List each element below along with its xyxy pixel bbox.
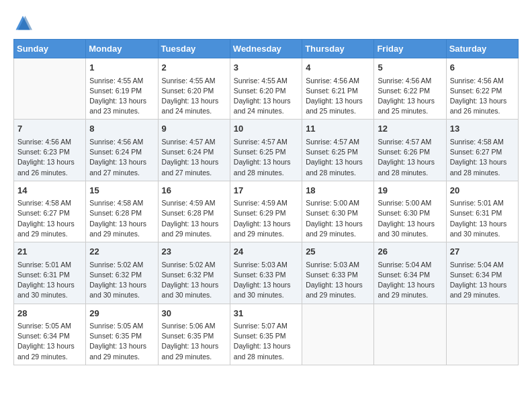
calendar-week-row: 21Sunrise: 5:01 AMSunset: 6:31 PMDayligh… (14, 242, 519, 304)
cell-info: Sunrise: 5:00 AMSunset: 6:30 PMDaylight:… (378, 198, 442, 239)
calendar-cell: 25Sunrise: 5:03 AMSunset: 6:33 PMDayligh… (302, 242, 374, 304)
cell-info: Sunrise: 4:55 AMSunset: 6:20 PMDaylight:… (162, 76, 226, 117)
calendar-cell: 22Sunrise: 5:02 AMSunset: 6:32 PMDayligh… (86, 242, 158, 304)
day-number: 7 (17, 122, 82, 136)
day-number: 17 (234, 184, 298, 197)
day-number: 26 (378, 245, 442, 259)
day-number: 30 (162, 307, 226, 320)
day-number: 13 (450, 122, 515, 136)
weekday-header: Monday (86, 40, 158, 58)
calendar-cell: 26Sunrise: 5:04 AMSunset: 6:34 PMDayligh… (374, 242, 446, 304)
weekday-header: Friday (374, 40, 446, 58)
cell-info: Sunrise: 4:56 AMSunset: 6:23 PMDaylight:… (17, 137, 82, 178)
calendar-cell: 21Sunrise: 5:01 AMSunset: 6:31 PMDayligh… (14, 242, 86, 304)
day-number: 27 (450, 245, 515, 259)
cell-info: Sunrise: 5:04 AMSunset: 6:34 PMDaylight:… (450, 260, 515, 301)
page-header (13, 13, 519, 32)
calendar-cell: 27Sunrise: 5:04 AMSunset: 6:34 PMDayligh… (446, 242, 518, 304)
day-number: 11 (306, 122, 370, 136)
day-number: 3 (234, 61, 298, 75)
day-number: 10 (234, 122, 298, 136)
cell-info: Sunrise: 4:57 AMSunset: 6:25 PMDaylight:… (306, 137, 370, 178)
cell-info: Sunrise: 5:02 AMSunset: 6:32 PMDaylight:… (162, 260, 226, 301)
day-number: 24 (234, 245, 298, 259)
calendar-cell: 19Sunrise: 5:00 AMSunset: 6:30 PMDayligh… (374, 181, 446, 242)
cell-info: Sunrise: 4:57 AMSunset: 6:24 PMDaylight:… (162, 137, 226, 178)
weekday-header: Saturday (446, 40, 518, 58)
calendar-cell: 17Sunrise: 4:59 AMSunset: 6:29 PMDayligh… (230, 181, 302, 242)
calendar-cell: 18Sunrise: 5:00 AMSunset: 6:30 PMDayligh… (302, 181, 374, 242)
day-number: 5 (378, 61, 442, 75)
calendar-cell: 24Sunrise: 5:03 AMSunset: 6:33 PMDayligh… (230, 242, 302, 304)
calendar-table: SundayMondayTuesdayWednesdayThursdayFrid… (13, 39, 519, 365)
cell-info: Sunrise: 5:05 AMSunset: 6:35 PMDaylight:… (89, 321, 154, 362)
day-number: 23 (162, 245, 226, 259)
calendar-week-row: 14Sunrise: 4:58 AMSunset: 6:27 PMDayligh… (14, 181, 519, 242)
weekday-header: Tuesday (158, 40, 230, 58)
calendar-cell: 11Sunrise: 4:57 AMSunset: 6:25 PMDayligh… (302, 120, 374, 181)
logo-icon (13, 13, 32, 32)
cell-info: Sunrise: 5:02 AMSunset: 6:32 PMDaylight:… (89, 260, 154, 301)
day-number: 21 (17, 245, 82, 259)
calendar-week-row: 7Sunrise: 4:56 AMSunset: 6:23 PMDaylight… (14, 120, 519, 181)
calendar-cell: 31Sunrise: 5:07 AMSunset: 6:35 PMDayligh… (230, 304, 302, 365)
logo (13, 13, 35, 32)
calendar-cell: 10Sunrise: 4:57 AMSunset: 6:25 PMDayligh… (230, 120, 302, 181)
day-number: 29 (89, 307, 154, 320)
day-number: 2 (162, 61, 226, 75)
cell-info: Sunrise: 5:04 AMSunset: 6:34 PMDaylight:… (378, 260, 442, 301)
cell-info: Sunrise: 4:57 AMSunset: 6:26 PMDaylight:… (378, 137, 442, 178)
day-number: 8 (89, 122, 154, 136)
cell-info: Sunrise: 5:00 AMSunset: 6:30 PMDaylight:… (306, 198, 370, 239)
cell-info: Sunrise: 4:56 AMSunset: 6:22 PMDaylight:… (450, 76, 515, 117)
cell-info: Sunrise: 5:07 AMSunset: 6:35 PMDaylight:… (234, 321, 298, 362)
cell-info: Sunrise: 4:59 AMSunset: 6:29 PMDaylight:… (234, 198, 298, 239)
calendar-cell (374, 304, 446, 365)
cell-info: Sunrise: 4:55 AMSunset: 6:19 PMDaylight:… (89, 76, 154, 117)
calendar-cell: 5Sunrise: 4:56 AMSunset: 6:22 PMDaylight… (374, 58, 446, 120)
day-number: 18 (306, 184, 370, 197)
calendar-cell: 9Sunrise: 4:57 AMSunset: 6:24 PMDaylight… (158, 120, 230, 181)
weekday-header: Wednesday (230, 40, 302, 58)
cell-info: Sunrise: 5:01 AMSunset: 6:31 PMDaylight:… (450, 198, 515, 239)
calendar-cell: 14Sunrise: 4:58 AMSunset: 6:27 PMDayligh… (14, 181, 86, 242)
day-number: 12 (378, 122, 442, 136)
calendar-cell: 6Sunrise: 4:56 AMSunset: 6:22 PMDaylight… (446, 58, 518, 120)
calendar-cell: 23Sunrise: 5:02 AMSunset: 6:32 PMDayligh… (158, 242, 230, 304)
calendar-cell: 20Sunrise: 5:01 AMSunset: 6:31 PMDayligh… (446, 181, 518, 242)
day-number: 14 (17, 184, 82, 197)
day-number: 31 (234, 307, 298, 320)
cell-info: Sunrise: 5:03 AMSunset: 6:33 PMDaylight:… (234, 260, 298, 301)
calendar-cell: 28Sunrise: 5:05 AMSunset: 6:34 PMDayligh… (14, 304, 86, 365)
day-number: 6 (450, 61, 515, 75)
calendar-week-row: 28Sunrise: 5:05 AMSunset: 6:34 PMDayligh… (14, 304, 519, 365)
cell-info: Sunrise: 4:58 AMSunset: 6:28 PMDaylight:… (89, 198, 154, 239)
day-number: 20 (450, 184, 515, 197)
calendar-cell (14, 58, 86, 120)
calendar-cell (446, 304, 518, 365)
cell-info: Sunrise: 5:05 AMSunset: 6:34 PMDaylight:… (17, 321, 82, 362)
calendar-cell: 8Sunrise: 4:56 AMSunset: 6:24 PMDaylight… (86, 120, 158, 181)
day-number: 16 (162, 184, 226, 197)
calendar-cell: 2Sunrise: 4:55 AMSunset: 6:20 PMDaylight… (158, 58, 230, 120)
cell-info: Sunrise: 4:56 AMSunset: 6:24 PMDaylight:… (89, 137, 154, 178)
weekday-header: Sunday (14, 40, 86, 58)
calendar-cell: 1Sunrise: 4:55 AMSunset: 6:19 PMDaylight… (86, 58, 158, 120)
day-number: 9 (162, 122, 226, 136)
calendar-cell: 7Sunrise: 4:56 AMSunset: 6:23 PMDaylight… (14, 120, 86, 181)
day-number: 25 (306, 245, 370, 259)
calendar-cell: 29Sunrise: 5:05 AMSunset: 6:35 PMDayligh… (86, 304, 158, 365)
calendar-cell: 12Sunrise: 4:57 AMSunset: 6:26 PMDayligh… (374, 120, 446, 181)
calendar-cell (302, 304, 374, 365)
calendar-cell: 15Sunrise: 4:58 AMSunset: 6:28 PMDayligh… (86, 181, 158, 242)
cell-info: Sunrise: 4:59 AMSunset: 6:28 PMDaylight:… (162, 198, 226, 239)
calendar-cell: 3Sunrise: 4:55 AMSunset: 6:20 PMDaylight… (230, 58, 302, 120)
cell-info: Sunrise: 4:58 AMSunset: 6:27 PMDaylight:… (450, 137, 515, 178)
cell-info: Sunrise: 5:03 AMSunset: 6:33 PMDaylight:… (306, 260, 370, 301)
day-number: 1 (89, 61, 154, 75)
calendar-week-row: 1Sunrise: 4:55 AMSunset: 6:19 PMDaylight… (14, 58, 519, 120)
cell-info: Sunrise: 4:56 AMSunset: 6:21 PMDaylight:… (306, 76, 370, 117)
calendar-cell: 30Sunrise: 5:06 AMSunset: 6:35 PMDayligh… (158, 304, 230, 365)
calendar-cell: 16Sunrise: 4:59 AMSunset: 6:28 PMDayligh… (158, 181, 230, 242)
day-number: 28 (17, 307, 82, 320)
